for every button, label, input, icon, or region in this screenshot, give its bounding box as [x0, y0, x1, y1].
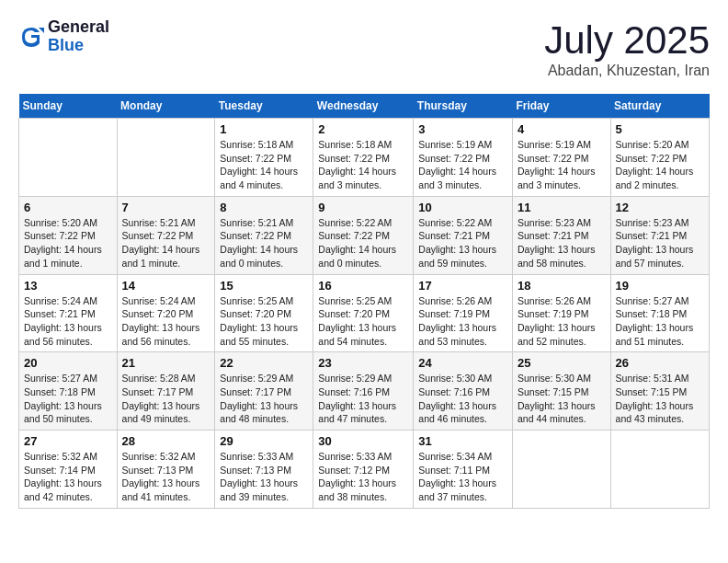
day-info: Sunrise: 5:33 AMSunset: 7:13 PMDaylight:… [220, 450, 308, 504]
day-number: 26 [616, 356, 704, 370]
day-info: Sunrise: 5:22 AMSunset: 7:21 PMDaylight:… [418, 216, 507, 270]
day-number: 30 [318, 434, 408, 448]
calendar-cell: 10Sunrise: 5:22 AMSunset: 7:21 PMDayligh… [414, 196, 513, 274]
header-day: Tuesday [215, 94, 313, 119]
calendar-cell [19, 119, 118, 197]
calendar-cell: 4Sunrise: 5:19 AMSunset: 7:22 PMDaylight… [512, 119, 610, 197]
day-number: 15 [220, 279, 308, 293]
logo: General Blue [18, 18, 109, 55]
calendar-header: SundayMondayTuesdayWednesdayThursdayFrid… [19, 94, 710, 119]
day-number: 14 [122, 279, 210, 293]
day-number: 28 [122, 434, 210, 448]
calendar-cell: 11Sunrise: 5:23 AMSunset: 7:21 PMDayligh… [512, 196, 610, 274]
day-number: 23 [318, 356, 408, 370]
calendar-cell: 21Sunrise: 5:28 AMSunset: 7:17 PMDayligh… [117, 352, 215, 431]
day-number: 31 [418, 434, 507, 448]
day-info: Sunrise: 5:21 AMSunset: 7:22 PMDaylight:… [220, 216, 308, 270]
location: Abadan, Khuzestan, Iran [544, 63, 710, 79]
calendar-cell [610, 431, 709, 509]
day-number: 24 [418, 356, 507, 370]
calendar-body: 1Sunrise: 5:18 AMSunset: 7:22 PMDaylight… [19, 119, 710, 509]
day-info: Sunrise: 5:26 AMSunset: 7:19 PMDaylight:… [418, 294, 507, 349]
day-number: 21 [122, 356, 210, 370]
day-info: Sunrise: 5:20 AMSunset: 7:22 PMDaylight:… [24, 216, 112, 270]
calendar-cell: 16Sunrise: 5:25 AMSunset: 7:20 PMDayligh… [313, 274, 414, 352]
day-number: 3 [418, 122, 507, 136]
day-info: Sunrise: 5:30 AMSunset: 7:15 PMDaylight:… [518, 372, 606, 426]
day-info: Sunrise: 5:31 AMSunset: 7:15 PMDaylight:… [616, 372, 704, 426]
day-number: 27 [24, 434, 112, 448]
calendar-table: SundayMondayTuesdayWednesdayThursdayFrid… [18, 94, 710, 509]
day-info: Sunrise: 5:27 AMSunset: 7:18 PMDaylight:… [616, 294, 704, 349]
day-number: 25 [518, 356, 606, 370]
header-day: Saturday [610, 94, 709, 119]
day-info: Sunrise: 5:26 AMSunset: 7:19 PMDaylight:… [518, 294, 606, 349]
day-number: 2 [318, 122, 408, 136]
calendar-cell: 20Sunrise: 5:27 AMSunset: 7:18 PMDayligh… [19, 352, 118, 431]
logo-icon [18, 24, 44, 50]
day-info: Sunrise: 5:20 AMSunset: 7:22 PMDaylight:… [616, 138, 704, 192]
calendar-cell: 9Sunrise: 5:22 AMSunset: 7:22 PMDaylight… [313, 196, 414, 274]
day-number: 17 [418, 279, 507, 293]
day-info: Sunrise: 5:32 AMSunset: 7:14 PMDaylight:… [24, 450, 112, 504]
calendar-cell: 24Sunrise: 5:30 AMSunset: 7:16 PMDayligh… [414, 352, 513, 431]
day-number: 29 [220, 434, 308, 448]
day-info: Sunrise: 5:29 AMSunset: 7:17 PMDaylight:… [220, 372, 308, 426]
day-number: 6 [24, 201, 112, 214]
day-info: Sunrise: 5:24 AMSunset: 7:20 PMDaylight:… [122, 294, 210, 349]
calendar-cell: 18Sunrise: 5:26 AMSunset: 7:19 PMDayligh… [512, 274, 610, 352]
calendar-cell: 25Sunrise: 5:30 AMSunset: 7:15 PMDayligh… [512, 352, 610, 431]
calendar-cell [117, 119, 215, 197]
day-number: 4 [518, 122, 606, 136]
calendar-week: 20Sunrise: 5:27 AMSunset: 7:18 PMDayligh… [19, 352, 710, 431]
calendar-cell: 6Sunrise: 5:20 AMSunset: 7:22 PMDaylight… [19, 196, 118, 274]
calendar-cell: 30Sunrise: 5:33 AMSunset: 7:12 PMDayligh… [313, 431, 414, 509]
day-number: 20 [24, 356, 112, 370]
calendar-week: 13Sunrise: 5:24 AMSunset: 7:21 PMDayligh… [19, 274, 710, 352]
day-number: 8 [220, 201, 308, 214]
day-number: 5 [616, 122, 704, 136]
day-number: 13 [24, 279, 112, 293]
header-day: Monday [117, 94, 215, 119]
day-info: Sunrise: 5:19 AMSunset: 7:22 PMDaylight:… [518, 138, 606, 192]
calendar-cell: 3Sunrise: 5:19 AMSunset: 7:22 PMDaylight… [414, 119, 513, 197]
day-info: Sunrise: 5:34 AMSunset: 7:11 PMDaylight:… [418, 450, 507, 504]
calendar-cell: 29Sunrise: 5:33 AMSunset: 7:13 PMDayligh… [215, 431, 313, 509]
calendar-week: 6Sunrise: 5:20 AMSunset: 7:22 PMDaylight… [19, 196, 710, 274]
calendar-cell: 15Sunrise: 5:25 AMSunset: 7:20 PMDayligh… [215, 274, 313, 352]
logo-general: General [48, 18, 109, 37]
day-number: 19 [616, 279, 704, 293]
day-info: Sunrise: 5:25 AMSunset: 7:20 PMDaylight:… [220, 294, 308, 349]
calendar-cell [512, 431, 610, 509]
day-number: 9 [318, 201, 408, 214]
day-info: Sunrise: 5:18 AMSunset: 7:22 PMDaylight:… [220, 138, 308, 192]
calendar-cell: 12Sunrise: 5:23 AMSunset: 7:21 PMDayligh… [610, 196, 709, 274]
calendar-cell: 23Sunrise: 5:29 AMSunset: 7:16 PMDayligh… [313, 352, 414, 431]
day-number: 16 [318, 279, 408, 293]
calendar-cell: 7Sunrise: 5:21 AMSunset: 7:22 PMDaylight… [117, 196, 215, 274]
day-number: 10 [418, 201, 507, 214]
day-number: 7 [122, 201, 210, 214]
day-info: Sunrise: 5:21 AMSunset: 7:22 PMDaylight:… [122, 216, 210, 270]
day-info: Sunrise: 5:18 AMSunset: 7:22 PMDaylight:… [318, 138, 408, 192]
calendar-week: 1Sunrise: 5:18 AMSunset: 7:22 PMDaylight… [19, 119, 710, 197]
day-info: Sunrise: 5:19 AMSunset: 7:22 PMDaylight:… [418, 138, 507, 192]
calendar-cell: 5Sunrise: 5:20 AMSunset: 7:22 PMDaylight… [610, 119, 709, 197]
day-info: Sunrise: 5:29 AMSunset: 7:16 PMDaylight:… [318, 372, 408, 426]
header-day: Thursday [414, 94, 513, 119]
calendar-cell: 27Sunrise: 5:32 AMSunset: 7:14 PMDayligh… [19, 431, 118, 509]
calendar-cell: 1Sunrise: 5:18 AMSunset: 7:22 PMDaylight… [215, 119, 313, 197]
calendar-cell: 2Sunrise: 5:18 AMSunset: 7:22 PMDaylight… [313, 119, 414, 197]
day-info: Sunrise: 5:23 AMSunset: 7:21 PMDaylight:… [518, 216, 606, 270]
day-info: Sunrise: 5:30 AMSunset: 7:16 PMDaylight:… [418, 372, 507, 426]
title-block: July 2025 Abadan, Khuzestan, Iran [544, 18, 710, 79]
day-info: Sunrise: 5:22 AMSunset: 7:22 PMDaylight:… [318, 216, 408, 270]
day-info: Sunrise: 5:24 AMSunset: 7:21 PMDaylight:… [24, 294, 112, 349]
day-info: Sunrise: 5:23 AMSunset: 7:21 PMDaylight:… [616, 216, 704, 270]
day-info: Sunrise: 5:33 AMSunset: 7:12 PMDaylight:… [318, 450, 408, 504]
page-header: General Blue July 2025 Abadan, Khuzestan… [18, 18, 710, 79]
calendar-cell: 19Sunrise: 5:27 AMSunset: 7:18 PMDayligh… [610, 274, 709, 352]
day-number: 1 [220, 122, 308, 136]
day-info: Sunrise: 5:25 AMSunset: 7:20 PMDaylight:… [318, 294, 408, 349]
calendar-cell: 22Sunrise: 5:29 AMSunset: 7:17 PMDayligh… [215, 352, 313, 431]
